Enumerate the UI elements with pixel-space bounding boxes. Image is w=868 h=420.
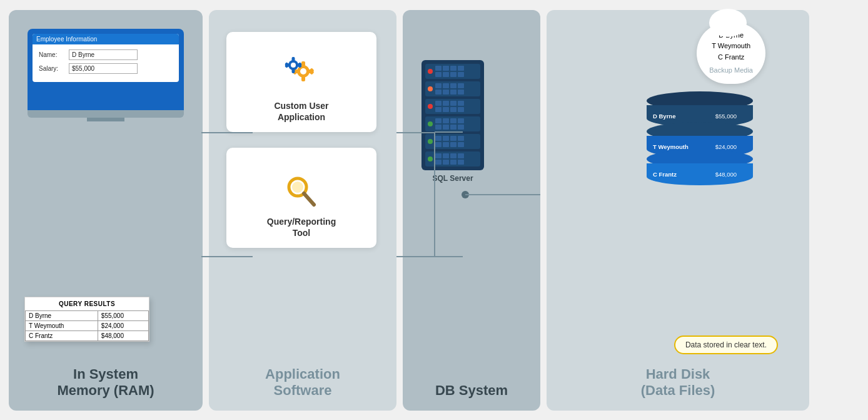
- backup-media-label: Backup Media: [709, 65, 753, 76]
- section-harddisk: D Byrne T Weymouth C Frantz Backup Media…: [547, 10, 809, 411]
- server-row: [425, 99, 480, 114]
- server-grid: [435, 83, 464, 95]
- cloud-shape: D Byrne T Weymouth C Frantz Backup Media: [697, 23, 765, 84]
- svg-line-22: [304, 193, 314, 205]
- server-dot-orange: [428, 86, 433, 91]
- server-row: [425, 116, 480, 131]
- section-db-label: DB System: [435, 382, 508, 399]
- table-cell-name: C Frantz: [26, 330, 98, 341]
- table-row: T Weymouth $24,000: [26, 320, 149, 330]
- server-rack: [421, 60, 484, 170]
- disk-body-bot: C Frantz $48,000: [647, 163, 753, 185]
- backup-name-2: T Weymouth: [709, 41, 753, 52]
- connector-db-vert-left: [434, 132, 435, 257]
- disk-data-top: D Byrne $55,000: [653, 113, 743, 120]
- server-grid: [435, 101, 464, 112]
- query-results-paper: QUERY RESULTS D Byrne $55,000 T Weymouth…: [24, 297, 149, 342]
- server-grid: [435, 118, 464, 130]
- server-grid: [435, 136, 464, 147]
- svg-rect-3: [301, 76, 305, 81]
- svg-point-11: [291, 63, 296, 68]
- svg-point-21: [292, 182, 303, 193]
- connector-v-bot: [435, 256, 463, 257]
- disk-top-wrapper: D Byrne $55,000: [647, 91, 753, 126]
- section-appsw: Custom User Application Query/Reporting …: [209, 10, 396, 411]
- table-cell-name: D Byrne: [26, 310, 98, 320]
- svg-point-1: [300, 68, 306, 74]
- custom-app-label: Custom User Application: [274, 100, 328, 123]
- connector-app-db-bot: [396, 256, 434, 257]
- form-input-name: D Byrne: [69, 49, 138, 60]
- server-dot-green: [428, 139, 433, 144]
- backup-name-3: C Frantz: [709, 52, 753, 63]
- section-db: SQL Server DB System: [403, 10, 540, 411]
- backup-name-1: D Byrne: [709, 30, 753, 41]
- sql-server-illustration: SQL Server: [421, 60, 484, 183]
- server-dot-green: [428, 156, 433, 161]
- connector-ram-app-bot: [201, 256, 253, 257]
- section-ram-label: In System Memory (RAM): [57, 366, 154, 399]
- backup-cloud: D Byrne T Weymouth C Frantz Backup Media: [697, 23, 765, 84]
- laptop-stand: [87, 118, 124, 121]
- employee-form: Employee Information Name: D Byrne Salar…: [33, 34, 179, 82]
- form-title: Employee Information: [33, 34, 179, 44]
- form-input-salary: $55,000: [69, 63, 138, 74]
- query-tool-label: Query/Reporting Tool: [267, 216, 336, 238]
- server-grid: [435, 66, 464, 77]
- connector-ram-app-top: [201, 132, 253, 133]
- server-grid: [435, 153, 464, 165]
- sql-server-label: SQL Server: [432, 174, 473, 183]
- table-cell-name: T Weymouth: [26, 320, 98, 330]
- table-cell-salary: $48,000: [98, 330, 148, 341]
- server-dot-red: [428, 69, 433, 74]
- table-cell-salary: $24,000: [98, 320, 148, 330]
- section-ram: Employee Information Name: D Byrne Salar…: [9, 10, 203, 411]
- query-table: D Byrne $55,000 T Weymouth $24,000 C Fra…: [25, 310, 149, 341]
- disk-salary: $55,000: [715, 113, 737, 120]
- table-row: C Frantz $48,000: [26, 330, 149, 341]
- form-row-salary: Salary: $55,000: [39, 63, 173, 74]
- server-row: [425, 64, 480, 79]
- server-dot-green: [428, 121, 433, 126]
- form-body: Name: D Byrne Salary: $55,000: [33, 44, 179, 82]
- disk-salary: $48,000: [715, 171, 737, 178]
- magnify-icon: [283, 173, 320, 211]
- diagram-container: Employee Information Name: D Byrne Salar…: [9, 10, 859, 411]
- disk-name: D Byrne: [653, 113, 675, 120]
- form-row-name: Name: D Byrne: [39, 49, 173, 60]
- laptop-base: [28, 110, 184, 118]
- custom-app-card: Custom User Application: [226, 32, 376, 132]
- disk-name: C Frantz: [653, 171, 677, 178]
- section-harddisk-label: Hard Disk (Data Files): [641, 366, 715, 399]
- laptop-screen: Employee Information Name: D Byrne Salar…: [28, 29, 184, 110]
- query-tool-card: Query/Reporting Tool: [226, 148, 376, 248]
- svg-rect-2: [301, 61, 305, 66]
- disk-mid-wrapper: T Weymouth $24,000: [647, 122, 753, 153]
- section-appsw-label: Application Software: [265, 366, 340, 399]
- table-row: D Byrne $55,000: [26, 310, 149, 320]
- clear-text-badge: Data stored in clear text.: [674, 335, 778, 354]
- connector-app-db-top: [396, 132, 434, 133]
- svg-rect-13: [292, 69, 295, 73]
- form-label-name: Name:: [39, 51, 65, 58]
- svg-rect-12: [292, 57, 295, 61]
- connector-v-top: [435, 131, 463, 133]
- disk-data-bot: C Frantz $48,000: [653, 171, 743, 178]
- disk-bot-wrapper: C Frantz $48,000: [647, 150, 753, 181]
- table-cell-salary: $55,000: [98, 310, 148, 320]
- laptop-illustration: Employee Information Name: D Byrne Salar…: [28, 29, 184, 121]
- gears-icon: [280, 51, 323, 95]
- form-label-salary: Salary:: [39, 65, 65, 72]
- disk-stack: D Byrne $55,000 T Weymouth $24,000: [647, 91, 753, 181]
- query-title: QUERY RESULTS: [25, 297, 149, 310]
- server-row: [425, 81, 480, 96]
- connector-db-hd: [465, 194, 540, 195]
- server-dot-red: [428, 104, 433, 109]
